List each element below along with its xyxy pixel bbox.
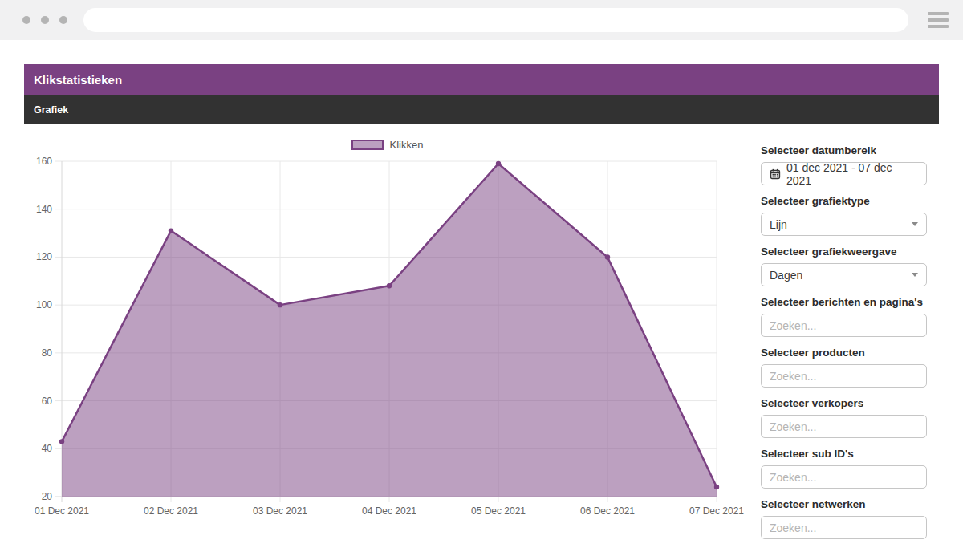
networks-search[interactable] bbox=[761, 516, 927, 539]
svg-text:06 Dec 2021: 06 Dec 2021 bbox=[580, 505, 635, 517]
calendar-icon bbox=[770, 168, 781, 180]
section-title: Grafiek bbox=[34, 104, 68, 116]
svg-text:60: 60 bbox=[42, 396, 53, 407]
chart-legend: Klikken bbox=[24, 137, 750, 152]
chart-view-select[interactable]: Dagen bbox=[761, 263, 927, 286]
url-bar[interactable] bbox=[83, 8, 908, 32]
date-range-input[interactable]: 01 dec 2021 - 07 dec 2021 bbox=[761, 162, 927, 185]
networks-search-label: Selecteer netwerken bbox=[761, 498, 927, 512]
chart-type-select-value: Lijn bbox=[770, 218, 787, 231]
svg-text:160: 160 bbox=[36, 156, 52, 167]
svg-text:140: 140 bbox=[36, 204, 52, 215]
filters-sidebar: Selecteer datumbereik01 dec 2021 - 07 de… bbox=[761, 137, 927, 549]
page-title: Klikstatistieken bbox=[34, 73, 122, 87]
chart-type-select[interactable]: Lijn bbox=[761, 213, 927, 236]
posts-pages-search-label: Selecteer berichten en pagina's bbox=[761, 296, 927, 310]
page-header: Klikstatistieken bbox=[24, 64, 939, 95]
hamburger-menu-icon[interactable] bbox=[928, 12, 949, 28]
chart-type-select-label: Selecteer grafiektype bbox=[761, 195, 927, 209]
date-range-input-label: Selecteer datumbereik bbox=[761, 144, 927, 158]
svg-text:01 Dec 2021: 01 Dec 2021 bbox=[35, 505, 89, 517]
legend-label: Klikken bbox=[390, 139, 424, 151]
sub-ids-search[interactable] bbox=[761, 465, 927, 489]
window-dot-icon bbox=[41, 16, 49, 24]
chevron-down-icon bbox=[912, 222, 918, 226]
section-header: Grafiek bbox=[24, 95, 939, 124]
window-dot-icon bbox=[22, 16, 30, 24]
clicks-chart: Klikken 2040608010012014016001 Dec 20210… bbox=[24, 137, 750, 549]
chart-view-select-value: Dagen bbox=[770, 269, 802, 282]
browser-chrome bbox=[0, 0, 963, 40]
svg-text:80: 80 bbox=[42, 347, 53, 359]
svg-text:40: 40 bbox=[42, 443, 53, 454]
svg-text:04 Dec 2021: 04 Dec 2021 bbox=[362, 505, 416, 517]
products-search-label: Selecteer producten bbox=[761, 347, 927, 360]
svg-text:100: 100 bbox=[36, 299, 52, 310]
chevron-down-icon bbox=[912, 273, 918, 277]
svg-text:03 Dec 2021: 03 Dec 2021 bbox=[253, 505, 307, 517]
date-range-input-value: 01 dec 2021 - 07 dec 2021 bbox=[786, 161, 918, 187]
legend-swatch-klikken bbox=[351, 140, 384, 150]
window-control-dots bbox=[22, 16, 67, 24]
sub-ids-search-label: Selecteer sub ID's bbox=[761, 448, 927, 461]
chart-view-select-label: Selecteer grafiekweergave bbox=[761, 246, 927, 259]
svg-text:05 Dec 2021: 05 Dec 2021 bbox=[471, 505, 526, 517]
svg-text:02 Dec 2021: 02 Dec 2021 bbox=[144, 505, 198, 517]
svg-text:20: 20 bbox=[42, 491, 53, 502]
sellers-search[interactable] bbox=[761, 415, 927, 438]
window-dot-icon bbox=[59, 16, 67, 24]
area-chart-canvas: 2040608010012014016001 Dec 202102 Dec 20… bbox=[24, 155, 750, 524]
svg-text:120: 120 bbox=[36, 251, 52, 262]
posts-pages-search[interactable] bbox=[761, 314, 927, 337]
svg-text:07 Dec 2021: 07 Dec 2021 bbox=[689, 505, 744, 517]
products-search[interactable] bbox=[761, 364, 927, 388]
sellers-search-label: Selecteer verkopers bbox=[761, 397, 927, 411]
